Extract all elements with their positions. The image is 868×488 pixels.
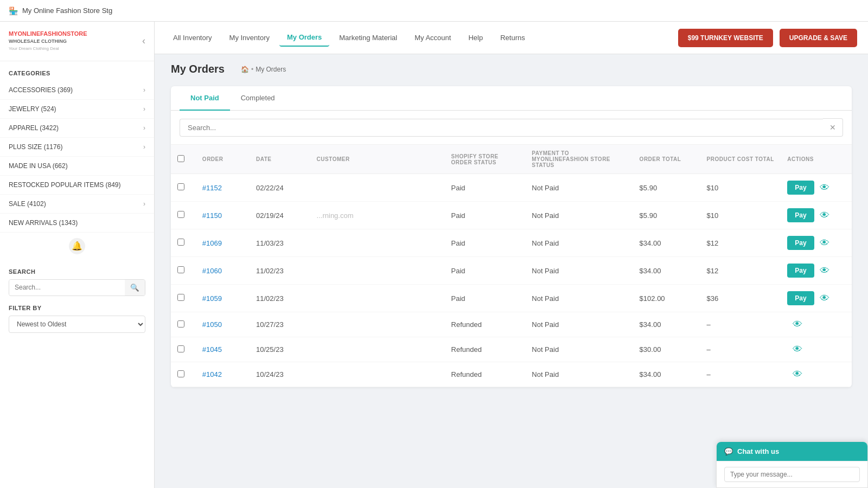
actions-cell: Pay 👁 — [787, 208, 845, 222]
pay-button[interactable]: Pay — [787, 264, 814, 278]
nav-my-account[interactable]: My Account — [407, 29, 458, 46]
col-date-header: DATE — [250, 145, 310, 174]
nav-my-inventory[interactable]: My Inventory — [222, 29, 277, 46]
row-customer — [310, 337, 445, 362]
row-date: 11/02/23 — [250, 285, 310, 312]
category-item[interactable]: MADE IN USA (662) — [0, 157, 154, 176]
order-link[interactable]: #1042 — [202, 370, 222, 378]
order-link[interactable]: #1059 — [202, 294, 222, 303]
row-order-total: $34.00 — [633, 257, 700, 285]
view-button[interactable]: 👁 — [790, 319, 805, 330]
content-area: Not Paid Completed ✕ ORDER — [155, 81, 868, 488]
row-checkbox-cell — [171, 174, 196, 202]
category-item[interactable]: PLUS SIZE (1176)› — [0, 138, 154, 157]
table-search-clear-button[interactable]: ✕ — [823, 118, 843, 137]
row-checkbox-cell — [171, 337, 196, 362]
notification-icon[interactable]: 🔔 — [69, 238, 85, 254]
row-actions: Pay 👁 — [781, 257, 852, 285]
categories-list: ACCESSORIES (369)›JEWELRY (524)›APPAREL … — [0, 81, 154, 233]
row-actions: 👁 — [781, 312, 852, 337]
pay-button[interactable]: Pay — [787, 291, 814, 305]
search-button[interactable]: 🔍 — [125, 280, 145, 296]
pay-button[interactable]: Pay — [787, 208, 814, 222]
filter-select[interactable]: Newest to Oldest Oldest to Newest — [9, 316, 145, 333]
row-order-total: $34.00 — [633, 312, 700, 337]
chat-header: 💬 Chat with us — [717, 442, 867, 461]
row-checkbox[interactable] — [177, 266, 184, 273]
row-payment-status: Not Paid — [525, 337, 633, 362]
tab-completed[interactable]: Completed — [230, 86, 286, 111]
category-item[interactable]: SALE (4102)› — [0, 195, 154, 214]
pay-button[interactable]: Pay — [787, 236, 814, 250]
search-input[interactable] — [9, 280, 125, 295]
order-link[interactable]: #1150 — [202, 211, 222, 220]
sidebar-logo: MYONLINEFASHIONSTORE WHOLESALE CLOTHING … — [0, 22, 154, 61]
orders-table-header: ORDER DATE CUSTOMER SHOPIFY STORE ORDER … — [171, 145, 852, 174]
nav-help[interactable]: Help — [461, 29, 490, 46]
row-shopify-status: Refunded — [445, 362, 526, 387]
row-customer — [310, 174, 445, 202]
row-checkbox[interactable] — [177, 294, 184, 301]
row-date: 10/24/23 — [250, 362, 310, 387]
actions-cell: Pay 👁 — [787, 291, 845, 305]
row-product-cost: $12 — [700, 257, 781, 285]
col-payment-header: PAYMENT TO MYONLINEFASHION STORE STATUS — [525, 145, 633, 174]
category-item[interactable]: APPAREL (3422)› — [0, 119, 154, 138]
main-content: All Inventory My Inventory My Orders Mar… — [155, 22, 868, 488]
nav-my-orders[interactable]: My Orders — [279, 29, 329, 47]
row-checkbox[interactable] — [177, 183, 184, 190]
row-customer — [310, 229, 445, 257]
nav-marketing[interactable]: Marketing Material — [331, 29, 405, 46]
category-item[interactable]: NEW ARRIVALS (1343) — [0, 214, 154, 233]
row-order-id: #1060 — [196, 257, 250, 285]
row-checkbox[interactable] — [177, 370, 184, 377]
app-icon: 🏪 — [9, 7, 18, 15]
row-order-id: #1150 — [196, 202, 250, 229]
view-button[interactable]: 👁 — [818, 237, 832, 249]
tab-not-paid[interactable]: Not Paid — [180, 86, 230, 111]
view-button[interactable]: 👁 — [818, 265, 832, 277]
order-link[interactable]: #1069 — [202, 239, 222, 247]
select-all-checkbox[interactable] — [177, 155, 184, 162]
category-chevron-icon: › — [143, 105, 145, 113]
row-order-id: #1045 — [196, 337, 250, 362]
col-checkbox — [171, 145, 196, 174]
btn-upgrade-save[interactable]: UPGRADE & SAVE — [780, 29, 857, 47]
view-button[interactable]: 👁 — [790, 369, 805, 380]
row-checkbox[interactable] — [177, 345, 184, 352]
orders-table: ORDER DATE CUSTOMER SHOPIFY STORE ORDER … — [171, 145, 852, 387]
view-button[interactable]: 👁 — [790, 344, 805, 355]
breadcrumb-current: My Orders — [256, 66, 286, 73]
chat-input[interactable] — [724, 467, 860, 482]
view-button[interactable]: 👁 — [818, 210, 832, 221]
order-link[interactable]: #1060 — [202, 267, 222, 275]
category-chevron-icon: › — [143, 124, 145, 132]
row-shopify-status: Paid — [445, 285, 526, 312]
row-checkbox[interactable] — [177, 320, 184, 328]
btn-turnkey-website[interactable]: $99 TURNKEY WEBSITE — [678, 29, 773, 47]
category-chevron-icon: › — [143, 143, 145, 151]
row-checkbox[interactable] — [177, 239, 184, 246]
order-link[interactable]: #1050 — [202, 320, 222, 329]
categories-title: CATEGORIES — [0, 61, 154, 81]
row-checkbox[interactable] — [177, 211, 184, 218]
nav-returns[interactable]: Returns — [493, 29, 533, 46]
order-link[interactable]: #1152 — [202, 184, 222, 192]
main-layout: MYONLINEFASHIONSTORE WHOLESALE CLOTHING … — [0, 22, 868, 488]
view-button[interactable]: 👁 — [818, 293, 832, 304]
row-actions: Pay 👁 — [781, 174, 852, 202]
sidebar-collapse-button[interactable]: ‹ — [142, 35, 145, 47]
breadcrumb-home-icon[interactable]: 🏠 — [241, 66, 249, 73]
row-checkbox-cell — [171, 362, 196, 387]
order-link[interactable]: #1045 — [202, 345, 222, 354]
pay-button[interactable]: Pay — [787, 181, 814, 195]
nav-all-inventory[interactable]: All Inventory — [165, 29, 220, 46]
category-item[interactable]: RESTOCKED POPULAR ITEMS (849) — [0, 176, 154, 195]
category-label: SALE (4102) — [9, 200, 46, 208]
category-item[interactable]: JEWELRY (524)› — [0, 100, 154, 119]
view-button[interactable]: 👁 — [818, 182, 832, 194]
row-shopify-status: Refunded — [445, 337, 526, 362]
table-search-input[interactable] — [180, 119, 823, 137]
category-item[interactable]: ACCESSORIES (369)› — [0, 81, 154, 100]
col-product-cost-header: PRODUCT COST TOTAL — [700, 145, 781, 174]
